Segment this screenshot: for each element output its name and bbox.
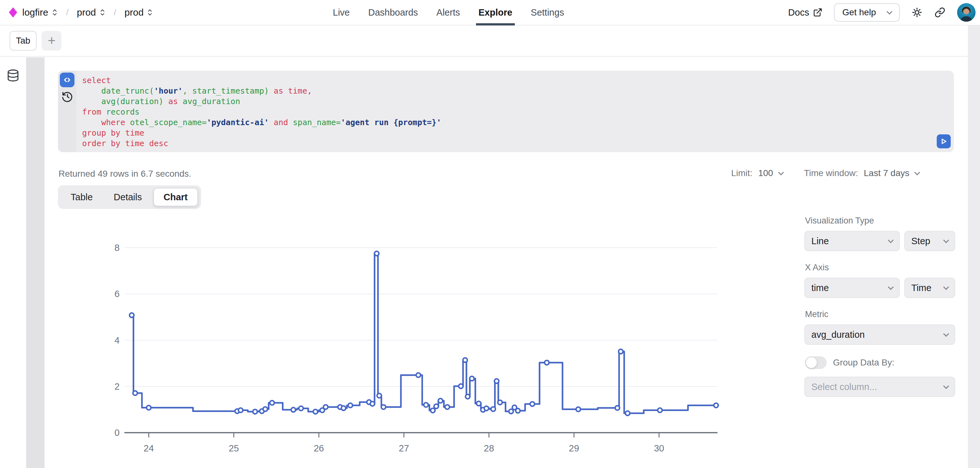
chevron-down-icon bbox=[943, 237, 949, 243]
breadcrumb-separator: / bbox=[66, 7, 69, 18]
sql-code[interactable]: select date_trunc('hour', start_timestam… bbox=[82, 75, 441, 149]
x-axis-column-select[interactable]: time bbox=[804, 278, 900, 298]
project-switcher[interactable]: prod bbox=[77, 7, 106, 18]
copy-link-button[interactable] bbox=[934, 7, 946, 18]
updown-chevron-icon bbox=[147, 9, 153, 16]
top-nav: logfire / prod / prod LiveDashboardsAler… bbox=[0, 0, 980, 26]
limit-label: Limit: bbox=[731, 168, 752, 178]
x-axis-type-value: Time bbox=[911, 283, 931, 293]
query-options: Limit: 100 Time window: Last 7 days bbox=[731, 168, 919, 178]
time-window-label: Time window: bbox=[804, 168, 858, 178]
editor-gutter bbox=[58, 71, 76, 152]
brand-name: logfire bbox=[22, 7, 48, 18]
left-rail bbox=[0, 57, 26, 468]
metric-label: Metric bbox=[805, 310, 955, 319]
x-axis-type-select[interactable]: Time bbox=[904, 278, 955, 298]
limit-select[interactable]: 100 bbox=[758, 168, 783, 178]
nav-item-live[interactable]: Live bbox=[333, 0, 350, 25]
logfire-logo-icon bbox=[9, 7, 17, 18]
visualization-style-value: Step bbox=[911, 236, 931, 246]
docs-label: Docs bbox=[788, 7, 809, 18]
chevron-down-icon bbox=[778, 169, 784, 175]
visualization-type-select[interactable]: Line bbox=[804, 231, 900, 251]
panel-resizer[interactable] bbox=[26, 57, 45, 468]
time-window-value: Last 7 days bbox=[864, 168, 909, 178]
main-content: select date_trunc('hour', start_timestam… bbox=[45, 57, 968, 468]
external-link-icon bbox=[813, 8, 822, 17]
chevron-down-icon bbox=[943, 284, 949, 290]
chevron-down-icon bbox=[943, 331, 949, 337]
metric-value: avg_duration bbox=[811, 329, 865, 340]
database-icon bbox=[6, 68, 21, 83]
limit-value: 100 bbox=[758, 168, 773, 178]
chevron-down-icon bbox=[888, 237, 894, 243]
nav-item-alerts[interactable]: Alerts bbox=[436, 0, 460, 25]
get-help-label: Get help bbox=[842, 7, 876, 18]
metric-select[interactable]: avg_duration bbox=[804, 324, 955, 345]
code-icon bbox=[62, 75, 72, 85]
group-by-column-select[interactable]: Select column... bbox=[804, 377, 955, 397]
run-query-button[interactable] bbox=[937, 134, 951, 149]
editor-mode-button[interactable] bbox=[60, 73, 75, 87]
history-icon bbox=[61, 90, 73, 102]
time-window-select[interactable]: Last 7 days bbox=[864, 168, 919, 178]
breadcrumb-separator: / bbox=[114, 7, 116, 18]
theme-toggle-button[interactable] bbox=[911, 7, 923, 18]
avatar-image bbox=[957, 3, 975, 22]
chevron-down-icon bbox=[914, 169, 920, 175]
results-summary: Returned 49 rows in 6.7 seconds. bbox=[59, 169, 191, 179]
x-axis-column-value: time bbox=[811, 283, 829, 293]
visualization-type-value: Line bbox=[811, 236, 829, 246]
sql-editor[interactable]: select date_trunc('hour', start_timestam… bbox=[58, 71, 954, 152]
view-tab-chart[interactable]: Chart bbox=[153, 188, 198, 206]
visualization-style-select[interactable]: Step bbox=[904, 231, 955, 251]
link-icon bbox=[934, 7, 945, 18]
visualization-type-label: Visualization Type bbox=[805, 216, 955, 226]
avatar[interactable] bbox=[957, 3, 975, 22]
group-by-toggle[interactable] bbox=[805, 356, 827, 369]
nav-item-settings[interactable]: Settings bbox=[531, 0, 564, 25]
top-right-actions: Docs Get help bbox=[788, 0, 975, 25]
updown-chevron-icon bbox=[99, 9, 106, 16]
chevron-down-icon bbox=[886, 9, 892, 14]
environment-switcher[interactable]: prod bbox=[124, 7, 153, 18]
updown-chevron-icon bbox=[51, 9, 58, 16]
schema-browser-button[interactable] bbox=[6, 68, 21, 83]
query-history-button[interactable] bbox=[61, 90, 73, 102]
chevron-down-icon bbox=[888, 284, 894, 290]
breadcrumb: logfire / prod / prod bbox=[9, 0, 153, 25]
get-help-button[interactable]: Get help bbox=[834, 3, 900, 22]
x-axis-label: X Axis bbox=[805, 263, 955, 273]
view-tab-details[interactable]: Details bbox=[104, 188, 151, 206]
view-tabs: TableDetailsChart bbox=[58, 185, 201, 209]
docs-link[interactable]: Docs bbox=[788, 7, 822, 18]
nav-item-explore[interactable]: Explore bbox=[479, 0, 512, 25]
sun-icon bbox=[912, 7, 923, 18]
view-tab-table[interactable]: Table bbox=[61, 188, 102, 206]
project-name: prod bbox=[77, 7, 96, 18]
group-by-placeholder: Select column... bbox=[811, 382, 877, 392]
tab-bar: Tab + bbox=[0, 26, 980, 57]
group-by-label: Group Data By: bbox=[833, 358, 894, 368]
query-tab[interactable]: Tab bbox=[10, 31, 37, 51]
toggle-knob bbox=[806, 357, 817, 368]
chart-settings-panel: Visualization Type Line Step X Axis time… bbox=[804, 216, 955, 409]
add-tab-button[interactable]: + bbox=[42, 31, 61, 51]
main-nav: LiveDashboardsAlertsExploreSettings bbox=[333, 0, 564, 25]
scrollbar[interactable] bbox=[968, 26, 980, 468]
org-switcher[interactable]: logfire bbox=[22, 7, 58, 18]
nav-item-dashboards[interactable]: Dashboards bbox=[368, 0, 418, 25]
chevron-down-icon bbox=[943, 383, 949, 389]
run-icon bbox=[939, 137, 948, 146]
environment-name: prod bbox=[124, 7, 143, 18]
